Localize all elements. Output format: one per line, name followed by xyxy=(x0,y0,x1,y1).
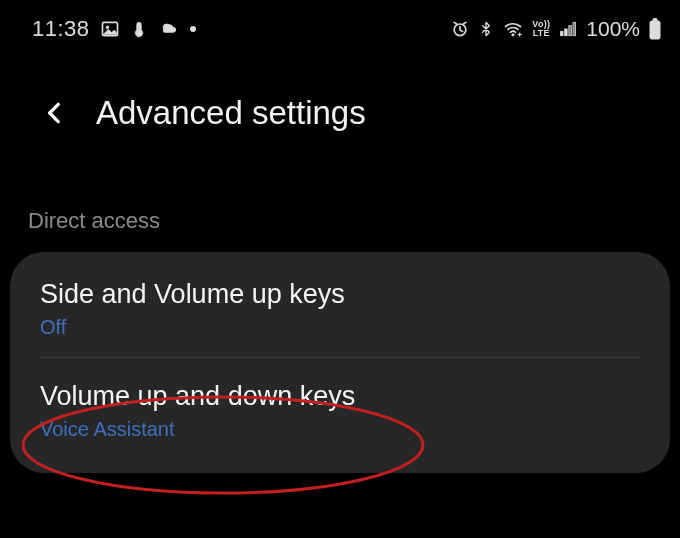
svg-rect-6 xyxy=(561,32,564,36)
status-left: 11:38 xyxy=(32,16,196,42)
status-right: + Vo))LTE 100% xyxy=(450,17,662,41)
status-bar: 11:38 + Vo))LTE 100% xyxy=(0,0,680,48)
status-time: 11:38 xyxy=(32,16,90,42)
row-subtitle: Off xyxy=(40,316,640,339)
svg-rect-11 xyxy=(653,19,657,22)
row-subtitle: Voice Assistant xyxy=(40,418,640,441)
row-title: Side and Volume up keys xyxy=(40,278,640,312)
svg-rect-10 xyxy=(650,21,660,39)
svg-rect-9 xyxy=(573,22,576,35)
weather-icon xyxy=(158,19,180,39)
image-icon xyxy=(100,19,120,39)
alarm-icon xyxy=(450,19,470,39)
bluetooth-icon xyxy=(478,19,494,39)
svg-point-1 xyxy=(106,26,109,29)
page-title: Advanced settings xyxy=(96,94,366,132)
settings-card: Side and Volume up keys Off Volume up an… xyxy=(10,252,670,473)
row-side-volume-up[interactable]: Side and Volume up keys Off xyxy=(10,256,670,357)
more-notifications-dot xyxy=(190,26,196,32)
svg-text:+: + xyxy=(518,31,522,37)
section-label-direct-access: Direct access xyxy=(0,132,680,234)
temperature-icon xyxy=(130,19,148,39)
row-volume-up-down[interactable]: Volume up and down keys Voice Assistant xyxy=(10,358,670,459)
battery-icon xyxy=(648,18,662,40)
volte-icon: Vo))LTE xyxy=(532,20,550,38)
svg-rect-7 xyxy=(565,29,568,36)
svg-rect-8 xyxy=(569,26,572,36)
header: Advanced settings xyxy=(0,48,680,132)
row-title: Volume up and down keys xyxy=(40,380,640,414)
wifi-icon: + xyxy=(502,19,524,39)
battery-percent: 100% xyxy=(586,17,640,41)
svg-point-4 xyxy=(512,34,514,36)
signal-icon xyxy=(558,19,578,39)
back-button[interactable] xyxy=(42,100,68,126)
